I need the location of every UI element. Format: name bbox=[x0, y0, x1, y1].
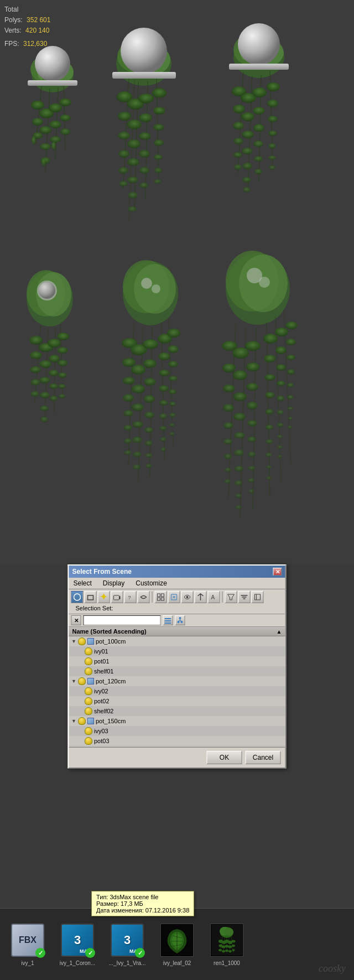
list-item-pot02[interactable]: pot02 bbox=[69, 696, 285, 706]
svg-point-82 bbox=[253, 107, 265, 115]
toolbar-btn-case[interactable]: A bbox=[208, 591, 220, 603]
toolbar-btn-geometry[interactable] bbox=[71, 591, 84, 603]
menu-customize[interactable]: Customize bbox=[133, 579, 169, 588]
file-icon-max2[interactable]: 3 MAX ✓ ..._Ivy_1_Vra... bbox=[105, 922, 149, 966]
bulb-icon-pot03 bbox=[85, 737, 92, 745]
svg-point-47 bbox=[139, 167, 149, 174]
file-icon-ren1[interactable]: ren1_1000 bbox=[205, 922, 249, 966]
svg-line-103 bbox=[54, 328, 55, 414]
svg-point-123 bbox=[58, 360, 67, 366]
file-icon-ivy-leaf[interactable]: ivy_leaf_02 bbox=[155, 922, 199, 966]
toolbar-btn-spacewarp[interactable] bbox=[138, 591, 150, 603]
dialog-object-list[interactable]: ▼ pot_100cm ivy01 pot01 bbox=[69, 636, 285, 747]
list-item-ivy03[interactable]: ivy03 bbox=[69, 726, 285, 736]
svg-point-55 bbox=[154, 179, 162, 184]
svg-point-193 bbox=[223, 385, 235, 392]
file-icon-max1[interactable]: 3 MAX ✓ ivy_1_Coron... bbox=[55, 922, 100, 966]
toolbar-btn-display-subtree[interactable] bbox=[252, 591, 264, 603]
svg-line-4 bbox=[45, 89, 50, 172]
menu-select[interactable]: Select bbox=[71, 579, 94, 588]
toolbar-btn-shape[interactable] bbox=[85, 591, 97, 603]
svg-line-3 bbox=[36, 86, 41, 144]
dialog-close-button[interactable]: ✕ bbox=[273, 568, 282, 575]
geo-icon-pot120cm bbox=[87, 678, 93, 685]
svg-point-115 bbox=[40, 417, 48, 422]
svg-point-80 bbox=[243, 187, 251, 193]
list-item-shelf02[interactable]: shelf02 bbox=[69, 706, 285, 716]
file-icon-fbx[interactable]: FBX ✓ ivy_1 bbox=[6, 922, 50, 966]
menu-display[interactable]: Display bbox=[101, 579, 127, 588]
list-group-pot100cm: ▼ pot_100cm ivy01 pot01 bbox=[69, 636, 285, 676]
svg-point-242 bbox=[287, 355, 295, 360]
verts-label: Verts: bbox=[4, 27, 22, 34]
svg-point-14 bbox=[49, 103, 62, 112]
svg-point-183 bbox=[247, 268, 262, 283]
toolbar-btn-camera[interactable] bbox=[111, 591, 123, 603]
svg-point-308 bbox=[228, 950, 232, 952]
ok-button[interactable]: OK bbox=[207, 751, 242, 764]
toolbar-btn-hidden[interactable] bbox=[181, 591, 194, 603]
svg-point-227 bbox=[266, 453, 272, 457]
svg-point-20 bbox=[35, 46, 70, 81]
list-item-shelf01[interactable]: shelf01 bbox=[69, 666, 285, 676]
list-group-header-pot120cm[interactable]: ▼ pot_120cm bbox=[69, 676, 285, 686]
list-item-pot01[interactable]: pot01 bbox=[69, 656, 285, 666]
svg-line-135 bbox=[162, 322, 164, 459]
svg-line-65 bbox=[248, 76, 252, 191]
svg-line-133 bbox=[138, 328, 143, 481]
toolbar-btn-group[interactable] bbox=[155, 591, 167, 603]
svg-line-25 bbox=[123, 77, 129, 188]
selection-set-area: Selection Set: bbox=[74, 604, 113, 612]
svg-point-146 bbox=[131, 365, 145, 375]
svg-line-27 bbox=[145, 81, 148, 199]
toolbar-btn-filter-layer[interactable] bbox=[163, 615, 173, 625]
tooltip-box: Тип: 3dsMax scene file Размер: 17,3 МБ Д… bbox=[91, 891, 194, 916]
dialog-filter-bar: ✕ bbox=[69, 614, 285, 627]
toolbar-btn-filter2[interactable] bbox=[238, 591, 251, 603]
svg-line-101 bbox=[35, 325, 40, 404]
list-item-ivy01[interactable]: ivy01 bbox=[69, 646, 285, 656]
svg-point-97 bbox=[27, 270, 65, 317]
ren1-thumb bbox=[210, 924, 243, 957]
svg-point-69 bbox=[233, 105, 245, 113]
toolbar-btn-filter-tree[interactable] bbox=[175, 615, 185, 625]
toolbar-btn-helper[interactable]: ? bbox=[124, 591, 137, 603]
svg-point-140 bbox=[123, 394, 134, 402]
svg-point-299 bbox=[218, 949, 222, 951]
toolbar-btn-filter1[interactable] bbox=[225, 591, 237, 603]
svg-point-94 bbox=[238, 23, 280, 65]
toolbar-btn-light[interactable] bbox=[98, 591, 110, 603]
svg-point-167 bbox=[159, 413, 167, 419]
svg-point-12 bbox=[40, 143, 51, 150]
polys-value: 352 601 bbox=[27, 16, 50, 24]
fps-value: 312,630 bbox=[23, 40, 47, 48]
filter-input[interactable] bbox=[84, 615, 161, 625]
list-group-header-pot150cm[interactable]: ▼ pot_150cm bbox=[69, 716, 285, 726]
svg-point-221 bbox=[264, 355, 276, 362]
svg-point-194 bbox=[223, 404, 234, 412]
bulb-icon-pot100cm bbox=[77, 637, 85, 645]
cancel-button[interactable]: Cancel bbox=[246, 751, 281, 764]
svg-point-279 bbox=[178, 621, 180, 623]
dialog-list-header[interactable]: Name (Sorted Ascending) ▲ bbox=[69, 627, 285, 636]
toolbar-btn-frozen[interactable] bbox=[168, 591, 180, 603]
svg-text:?: ? bbox=[128, 595, 131, 600]
svg-point-130 bbox=[141, 278, 152, 289]
item-name-ivy03: ivy03 bbox=[94, 728, 108, 734]
list-item-ivy02[interactable]: ivy02 bbox=[69, 686, 285, 696]
svg-point-105 bbox=[29, 336, 43, 345]
list-item-pot03[interactable]: pot03 bbox=[69, 736, 285, 746]
filter-clear-button[interactable]: ✕ bbox=[71, 615, 81, 625]
svg-point-156 bbox=[144, 395, 155, 403]
svg-line-66 bbox=[259, 75, 261, 183]
svg-point-228 bbox=[266, 465, 272, 469]
svg-point-239 bbox=[278, 455, 282, 458]
svg-point-31 bbox=[118, 112, 131, 121]
svg-point-16 bbox=[50, 136, 61, 143]
svg-point-9 bbox=[33, 132, 43, 139]
svg-rect-260 bbox=[158, 598, 160, 600]
list-group-header-pot100cm[interactable]: ▼ pot_100cm bbox=[69, 636, 285, 646]
bulb-icon-pot120cm bbox=[77, 677, 85, 685]
toolbar-btn-select-subtree[interactable] bbox=[195, 591, 207, 603]
svg-point-30 bbox=[117, 91, 132, 102]
